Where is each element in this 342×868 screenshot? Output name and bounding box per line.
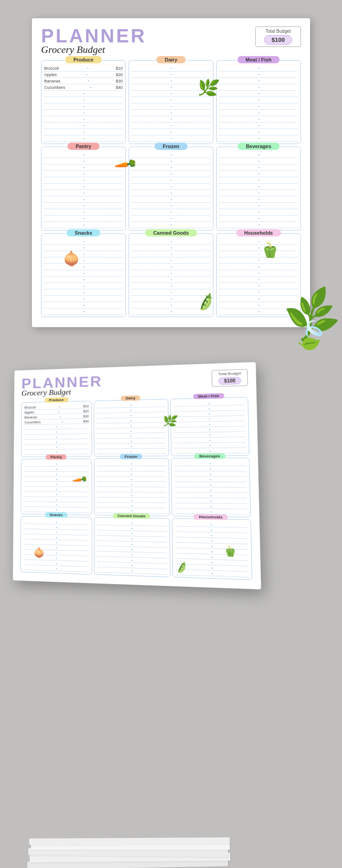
frozen-row-5: • (132, 177, 210, 184)
frozen-row-2: • (132, 158, 210, 164)
pantry-row-11: • (44, 216, 123, 222)
snacks-body: • • • • • • • • • • • • (41, 238, 125, 315)
produce-row-7: • (44, 103, 123, 110)
canned-row-12: • (132, 308, 210, 315)
category-pantry: Pantry • • • • • • • • • • • • (41, 147, 126, 231)
snacks-row-10: • (44, 296, 123, 302)
beverages-header: Beverages (217, 143, 301, 150)
produce-price-4: $40 (116, 85, 123, 90)
snacks-row-6: • (44, 270, 123, 277)
dairy-label: Dairy (156, 56, 186, 63)
frozen-label: Frozen (155, 143, 187, 150)
asparagus-icon-2: 🌿 (161, 413, 178, 429)
produce-row-9: • (44, 116, 123, 123)
category-dairy-2: Dairy • • • • • • • • • • (94, 399, 169, 457)
canned-row-1: • (132, 238, 210, 245)
category-beverages: Beverages • • • • • • • • • • • • (216, 147, 301, 231)
budget-value: $100 (264, 35, 293, 45)
beverages-row-6: • (219, 184, 298, 190)
frozen-row-10: • (132, 209, 210, 216)
title-block-2: PLANNER Grocery Budget (21, 374, 103, 398)
dairy-row-6: • (132, 97, 210, 103)
households-row-5: • (219, 264, 298, 270)
garlic-icon: 🧅 (63, 251, 80, 267)
snacks-row-4: • (44, 257, 123, 264)
meat-header: Meat / Fish (217, 56, 301, 63)
dairy-row-10: • (132, 123, 210, 129)
pantry-row-4: • (44, 171, 123, 177)
frozen-row-1: • (132, 152, 210, 158)
canned-row-2: • (132, 245, 210, 251)
frozen-row-11: • (132, 216, 210, 222)
budget-label-2: Total Budget (216, 371, 243, 376)
planner-angled-container: PLANNER Grocery Budget Total Budget $100… (14, 369, 242, 579)
beverages-row-12: • (219, 222, 298, 228)
meat-row-1: • (219, 65, 298, 72)
pantry-label-2: Pantry (46, 454, 67, 459)
dairy-row-8: • (132, 110, 210, 116)
meat-row-3: • (219, 78, 298, 84)
frozen-header: Frozen (129, 143, 213, 150)
pepper-icon: 🫑 (261, 241, 279, 259)
snacks-row-8: • (44, 283, 123, 289)
category-grid-2: Produce Broccoli•$10 Apples•$20 Bananas•… (21, 397, 253, 580)
category-beverages-2: Beverages • • • • • • • • • • (171, 457, 251, 517)
produce-label: Produce (65, 56, 102, 63)
households-label: Households (236, 229, 281, 236)
meat-row-5: • (219, 91, 298, 97)
dairy-row-12: • (132, 135, 210, 142)
pantry-row-7: • (44, 190, 123, 196)
budget-box: Total Budget $100 (255, 26, 301, 47)
frozen-label-2: Frozen (120, 454, 143, 459)
produce-item-4: Cucumbers (44, 85, 65, 90)
canned-row-5: • (132, 264, 210, 270)
pantry-row-1: • (44, 152, 123, 158)
produce-row-12: • (44, 135, 123, 142)
produce-body: Broccoli • $10 Apples • $20 Bananas • $3… (41, 65, 125, 142)
frozen-row-3: • (132, 164, 210, 171)
households-row-4: • (219, 257, 298, 264)
households-row-3: • (219, 251, 298, 257)
beverages-row-8: • (219, 196, 298, 203)
produce-price-2: $20 (116, 72, 123, 77)
canned-row-7: • (132, 277, 210, 283)
produce-row-11: • (44, 129, 123, 135)
pantry-body: • • • • • • • • • • • • (41, 152, 125, 228)
produce-row-2: Apples • $20 (44, 72, 123, 78)
snacks-row-9: • (44, 289, 123, 296)
beverages-row-10: • (219, 209, 298, 216)
pantry-label: Pantry (67, 143, 99, 150)
canned-row-8: • (132, 283, 210, 289)
households-row-2: • (219, 245, 298, 251)
beverages-row-7: • (219, 190, 298, 196)
pantry-row-2: • (44, 158, 123, 164)
planner-flat: PLANNER Grocery Budget Total Budget $100… (32, 18, 310, 327)
dairy-row-9: • (132, 116, 210, 123)
meat-row-8: • (219, 110, 298, 116)
produce-item-3: Bananas (44, 79, 61, 83)
meat-label-2: Meat / Fish (193, 393, 224, 399)
garlic-icon-2: 🧅 (33, 547, 45, 558)
category-produce-2: Produce Broccoli•$10 Apples•$20 Bananas•… (21, 401, 92, 457)
snacks-row-5: • (44, 264, 123, 270)
pantry-row-9: • (44, 203, 123, 209)
pantry-row-5: • (44, 177, 123, 184)
beverages-row-5: • (219, 177, 298, 184)
produce-label-2: Produce (44, 397, 68, 403)
page-background: PLANNER Grocery Budget Total Budget $100… (0, 0, 342, 868)
households-row-9: • (219, 289, 298, 296)
produce-price-1: $10 (116, 66, 123, 71)
category-meat-2: Meat / Fish • • • • • • • • • • (170, 397, 249, 456)
budget-value-2: $100 (218, 377, 241, 385)
category-produce: Produce Broccoli • $10 Apples • $20 Bana… (41, 60, 126, 144)
title-block: PLANNER Grocery Budget (41, 26, 146, 56)
households-row-8: • (219, 283, 298, 289)
meat-row-10: • (219, 123, 298, 129)
planner-subtitle: Grocery Budget (41, 44, 146, 56)
households-label-2: Households (194, 514, 228, 520)
snacks-label: Snacks (67, 229, 101, 236)
canned-row-6: • (132, 270, 210, 277)
canned-label: Canned Goods (145, 229, 197, 236)
meat-row-6: • (219, 97, 298, 103)
dairy-row-2: • (132, 72, 210, 78)
